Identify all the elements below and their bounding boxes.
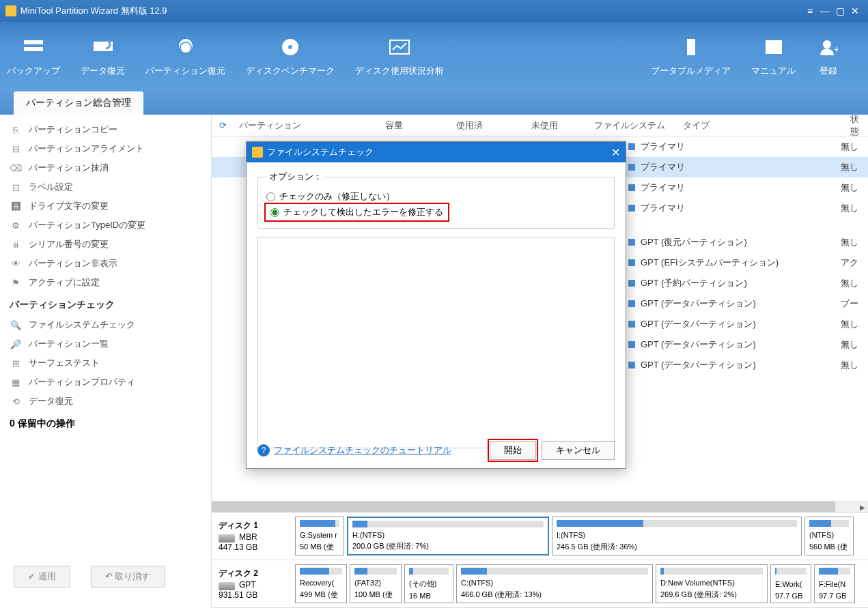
radio-check-only-input[interactable] — [266, 192, 275, 201]
sidebar-item[interactable]: 🅰ドライブ文字の変更 — [0, 197, 211, 216]
options-group: オプション： チェックのみ（修正しない） チェックして検出したエラーを修正する — [257, 171, 615, 229]
partition-block[interactable]: F:File(N97.7 GB — [814, 564, 855, 603]
app-icon — [5, 5, 16, 16]
sidebar-item-label: ドライブ文字の変更 — [29, 200, 109, 212]
sidebar-item[interactable]: ⊡ラベル設定 — [0, 177, 211, 197]
main-toolbar: バックアップ データ復元 パーティション復元 ディスクベンチマーク ディスク使用… — [0, 22, 868, 90]
sidebar-icon: ⊟ — [10, 143, 22, 155]
sidebar-item-label: パーティションプロパティ — [29, 376, 135, 388]
pending-operations: 0 保留中の操作 — [0, 411, 211, 437]
horizontal-scrollbar[interactable]: ▶ — [212, 501, 868, 512]
disk-1-info: ディスク 1 MBR 447.13 GB — [212, 512, 294, 560]
sidebar-item[interactable]: ⊞サーフェステスト — [0, 353, 211, 373]
sidebar-item-label: パーティション非表示 — [29, 257, 117, 270]
options-label: オプション： — [266, 171, 325, 183]
toolbar-bootable-media[interactable]: ブータブルメディア — [651, 35, 731, 77]
maximize-icon[interactable]: ▢ — [832, 3, 848, 18]
dialog-close-icon[interactable]: ✕ — [611, 146, 620, 159]
col-status[interactable]: 状態 — [841, 113, 868, 138]
sidebar-icon: ⟲ — [10, 395, 22, 407]
partition-block[interactable]: I:(NTFS)246.5 GB (使用済: 36%) — [552, 517, 802, 555]
partition-block[interactable]: (FAT32)100 MB (使 — [350, 564, 402, 603]
sidebar-item[interactable]: ⅲシリアル番号の変更 — [0, 235, 211, 254]
sidebar-item[interactable]: ▦パーティションプロパティ — [0, 373, 211, 392]
disk-2-info: ディスク 2 GPT 931.51 GB — [212, 560, 294, 607]
partition-block[interactable]: Recovery(499 MB (使 — [295, 564, 347, 603]
dialog-titlebar[interactable]: ファイルシステムチェック ✕ — [247, 142, 626, 162]
svg-rect-7 — [687, 39, 695, 55]
toolbar-register[interactable]: +登録 — [816, 35, 841, 77]
sidebar-item[interactable]: ⌫パーティション抹消 — [0, 158, 211, 177]
partition-grid-header: ⟳ パーティション 容量 使用済 未使用 ファイルシステム タイプ 状態 — [212, 115, 868, 136]
disk-row-1: ディスク 1 MBR 447.13 GB G:System r50 MB (使H… — [212, 512, 868, 560]
apply-button[interactable]: ✔ 適用 — [14, 566, 70, 588]
help-icon[interactable]: ? — [257, 444, 270, 457]
toolbar-data-recovery[interactable]: データ復元 — [81, 35, 125, 77]
tutorial-link[interactable]: ファイルシステムチェックのチュートリアル — [274, 444, 451, 457]
partition-block[interactable]: D:New Volume(NTFS)269.6 GB (使用済: 2%) — [656, 564, 768, 603]
menu-icon[interactable]: ≡ — [802, 3, 817, 18]
toolbar-partition-recovery[interactable]: パーティション復元 — [145, 35, 225, 77]
col-type[interactable]: タイプ — [677, 119, 841, 132]
radio-check-only[interactable]: チェックのみ（修正しない） — [266, 188, 606, 205]
toolbar-disk-usage[interactable]: ディスク使用状況分析 — [355, 35, 444, 77]
col-unused[interactable]: 未使用 — [507, 119, 582, 132]
radio-check-and-fix-input[interactable] — [270, 208, 279, 217]
partition-block[interactable]: G:System r50 MB (使 — [295, 517, 344, 555]
disk-icon — [219, 534, 235, 542]
sidebar-item-label: サーフェステスト — [29, 357, 100, 369]
minimize-icon[interactable]: — — [817, 3, 832, 18]
svg-text:+: + — [834, 44, 838, 55]
svg-point-9 — [823, 40, 831, 48]
sidebar-item-label: ラベル設定 — [29, 181, 73, 193]
sidebar-icon: ▦ — [10, 376, 22, 388]
sidebar-item[interactable]: ⟲データ復元 — [0, 392, 211, 411]
close-icon[interactable]: ✕ — [848, 3, 863, 18]
sidebar-item-label: シリアル番号の変更 — [29, 238, 109, 250]
col-used[interactable]: 使用済 — [432, 119, 507, 132]
disk-icon — [219, 582, 235, 590]
sidebar-item[interactable]: 👁パーティション非表示 — [0, 254, 211, 273]
sidebar-item-label: パーティションコピー — [29, 124, 117, 136]
col-filesystem[interactable]: ファイルシステム — [582, 119, 677, 132]
sidebar-icon: 🅰 — [10, 200, 22, 212]
svg-rect-1 — [24, 47, 43, 51]
col-partition[interactable]: パーティション — [234, 119, 356, 132]
undo-button[interactable]: ↶ 取り消す — [91, 566, 165, 588]
toolbar-manual[interactable]: マニュアル — [751, 35, 796, 77]
sidebar-item[interactable]: ⊟パーティションアライメント — [0, 139, 211, 158]
sidebar-icon: 🔎 — [10, 338, 22, 350]
svg-rect-8 — [766, 40, 782, 54]
sidebar-item[interactable]: ⚑アクティブに設定 — [0, 273, 211, 292]
partition-block[interactable]: E:Work(97.7 GB — [770, 564, 811, 603]
partition-block[interactable]: C:(NTFS)466.0 GB (使用済: 13%) — [456, 564, 653, 603]
start-button[interactable]: 開始 — [490, 441, 536, 460]
sidebar-item[interactable]: ⚙パーティションTypeIDの変更 — [0, 216, 211, 235]
dialog-title: ファイルシステムチェック — [267, 146, 374, 158]
radio-check-and-fix[interactable]: チェックして検出したエラーを修正する — [266, 205, 447, 220]
sidebar-icon: ⅲ — [10, 238, 22, 250]
dialog-icon — [252, 147, 263, 158]
toolbar-benchmark[interactable]: ディスクベンチマーク — [246, 35, 335, 77]
sidebar-item[interactable]: ⎘パーティションコピー — [0, 120, 211, 139]
sidebar-item-label: ファイルシステムチェック — [29, 319, 135, 331]
svg-rect-0 — [24, 40, 43, 44]
sidebar-item-label: パーティションTypeIDの変更 — [29, 219, 145, 231]
app-title: MiniTool Partition Wizard 無料版 12.9 — [20, 5, 802, 17]
refresh-icon[interactable]: ⟳ — [212, 120, 234, 130]
partition-block[interactable]: H:(NTFS)200.0 GB (使用済: 7%) — [347, 517, 549, 555]
sidebar-item-label: パーティション抹消 — [29, 162, 109, 174]
col-capacity[interactable]: 容量 — [356, 119, 432, 132]
sidebar: ⎘パーティションコピー⊟パーティションアライメント⌫パーティション抹消⊡ラベル設… — [0, 115, 212, 608]
sidebar-item[interactable]: 🔎パーティション一覧 — [0, 334, 211, 353]
partition-block[interactable]: (その他)16 MB — [404, 564, 453, 603]
cancel-button[interactable]: キャンセル — [542, 441, 615, 460]
disk-panels: ディスク 1 MBR 447.13 GB G:System r50 MB (使H… — [212, 512, 868, 608]
tab-partition-management[interactable]: パーティション総合管理 — [14, 91, 143, 115]
log-output — [257, 237, 615, 448]
sidebar-item[interactable]: 🔍ファイルシステムチェック — [0, 315, 211, 334]
sidebar-icon: ⎘ — [10, 124, 22, 136]
filesystem-check-dialog: ファイルシステムチェック ✕ オプション： チェックのみ（修正しない） チェック… — [246, 141, 626, 469]
toolbar-backup[interactable]: バックアップ — [7, 35, 60, 77]
partition-block[interactable]: (NTFS)560 MB (使 — [804, 517, 854, 555]
